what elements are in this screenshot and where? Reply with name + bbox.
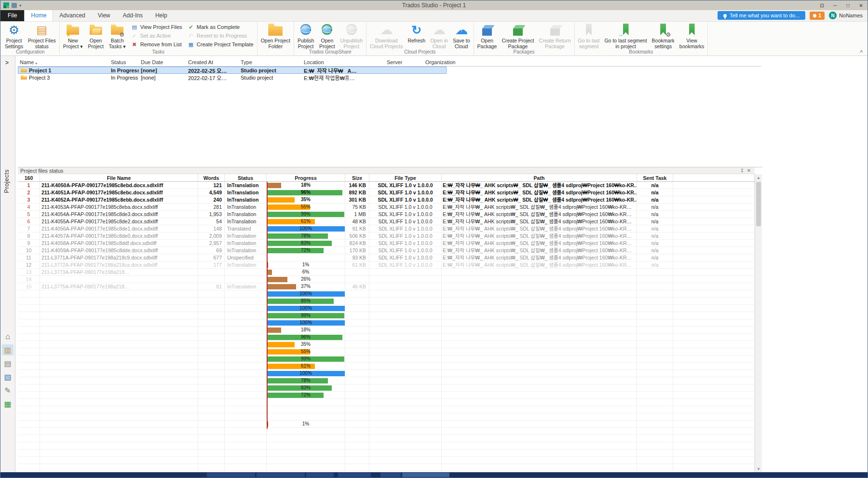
tab-view[interactable]: View [92,10,117,21]
new-project-button[interactable]: NewProject ▾ [61,22,85,49]
tab-home[interactable]: Home [24,10,53,21]
taskbar-window-button[interactable] [207,473,255,477]
file-row-39[interactable] [18,457,755,464]
column-header-words[interactable]: Words [198,174,225,181]
view-project-files-button[interactable]: View Project Files [129,23,184,31]
open-package-button[interactable]: OpenPackage [475,22,500,49]
collapse-ribbon-icon[interactable]: ^ [860,50,863,55]
save-icon[interactable] [12,3,17,8]
project-row-project-1[interactable]: Project 1In Progress[none]2022-02-25 오…S… [18,67,447,74]
taskbar-window-button[interactable] [338,473,371,477]
file-row-21[interactable]: 18% [18,327,755,334]
welcome-view-icon[interactable]: ⌂ [2,331,14,342]
file-row-27[interactable]: 100% [18,370,755,377]
projects-view-icon[interactable]: ▥ [2,344,14,355]
column-header-file-type[interactable]: File Type [369,174,442,181]
maximize-button[interactable]: □ [841,0,854,10]
ribbon-display-options-button[interactable]: ⊡ [815,0,828,10]
file-row-40[interactable] [18,464,755,471]
scrollbar-thumb[interactable] [756,182,761,226]
column-header-server[interactable]: Server [385,59,423,65]
file-row-11[interactable]: 11211-L3771A-PFAP-090177e198a218c9.docx.… [18,254,755,261]
editor-view-icon[interactable]: ✎ [2,385,14,396]
column-header-organization[interactable]: Organization [423,59,447,65]
file-row-2[interactable]: 2211-K4051A-PFAP-090177e1985c8ebc.docx.s… [18,189,755,196]
windows-taskbar[interactable] [0,472,868,478]
file-row-6[interactable]: 6211-K4055A-PFAP-090177e1985c8de2.docx.s… [18,218,755,225]
tab-help[interactable]: Help [149,10,174,21]
open-project-folder-button[interactable]: Open ProjectFolder [258,22,293,49]
files-scrollbar[interactable]: ▲ ▼ [755,174,762,472]
file-row-5[interactable]: 5211-K4054A-PFAP-090177e1985c8de3.docx.s… [18,211,755,218]
column-header-progress[interactable]: Progress [267,174,345,181]
file-row-38[interactable] [18,450,755,457]
file-row-37[interactable] [18,442,755,450]
batch-tasks-button[interactable]: BatchTasks ▾ [107,22,128,49]
tab-file[interactable]: File [0,10,24,21]
column-header-status[interactable]: Status [109,59,139,65]
close-button[interactable]: ✕ [854,0,868,10]
tab-advanced[interactable]: Advanced [53,10,91,21]
file-row-17[interactable]: 85% [18,298,755,305]
file-row-15[interactable]: 15211-L3775A-PFAP-090177e198a218…81InTra… [18,283,755,290]
scroll-up-icon[interactable]: ▲ [755,174,762,181]
file-row-10[interactable]: 10211-K4059A-PFAP-090177e1985c8dde.docx.… [18,247,755,254]
create-project-template-button[interactable]: Create Project Template [186,40,255,49]
file-row-12[interactable]: 12211-L3772A-PFAP-090177e198a218ca.docx.… [18,261,755,269]
column-header-location[interactable]: Location [302,59,385,65]
file-row-25[interactable]: 99% [18,355,755,363]
column-header-size[interactable]: Size [345,174,369,181]
save-to-cloud-button[interactable]: Save toCloud [450,22,473,49]
create-project-package-button[interactable]: Create ProjectPackage [499,22,536,49]
taskbar-window-button[interactable] [380,473,401,477]
file-row-23[interactable]: 35% [18,341,755,348]
file-row-14[interactable]: 1426% [18,276,755,283]
column-header-created-at[interactable]: Created At [186,59,239,65]
file-row-4[interactable]: 4211-K4053A-PFAP-090177e1985c8eba.docx.s… [18,204,755,211]
notifications-badge[interactable]: 1 [810,12,825,20]
refresh-button[interactable]: Refresh [405,22,428,49]
user-account[interactable]: N NoNames [829,12,863,19]
file-row-22[interactable]: 96% [18,334,755,341]
taskbar-window-button[interactable] [402,473,449,477]
bookmark-settings-button[interactable]: Bookmarksettings [650,22,677,49]
pin-icon[interactable]: ↧ [739,168,746,173]
reports-view-icon[interactable]: ▧ [2,371,14,382]
column-header-sent-task[interactable]: Sent Task [637,174,673,181]
file-row-34[interactable]: 1% [18,421,755,428]
file-row-18[interactable]: 100% [18,305,755,312]
translation-memories-view-icon[interactable]: ▦ [2,398,14,410]
close-panel-icon[interactable]: ✕ [746,168,752,173]
file-row-1[interactable]: 1211-K4050A-PFAP-090177e1985c8ebd.docx.s… [18,182,755,189]
file-row-8[interactable]: 8211-K4057A-PFAP-090177e1985c8de0.docx.s… [18,232,755,240]
file-row-33[interactable] [18,413,755,421]
project-settings-button[interactable]: ProjectSettings [2,22,26,49]
tell-me-search[interactable]: Tell me what you want to do... [718,11,805,20]
file-row-36[interactable] [18,435,755,442]
open-project-button[interactable]: OpenProject [85,22,107,49]
file-row-20[interactable]: 100% [18,319,755,327]
scroll-down-icon[interactable]: ▼ [755,465,762,472]
file-row-26[interactable]: 61% [18,363,755,370]
file-row-16[interactable]: 100% [18,290,755,298]
publish-project-button[interactable]: PublishProject [295,22,316,49]
taskbar-window-button[interactable] [257,473,305,477]
view-bookmarks-button[interactable]: Viewbookmarks [677,22,706,49]
file-row-32[interactable] [18,406,755,413]
go-to-last-segment-in-project-button[interactable]: Go to last segmentin project [602,22,649,49]
column-header-path[interactable]: Path [442,174,637,181]
file-row-29[interactable]: 83% [18,384,755,392]
file-row-13[interactable]: 13211-L3773A-PFAP-090177e198a218…6% [18,269,755,276]
taskbar-window-button[interactable] [306,473,334,477]
column-header-name[interactable]: Name▴ [18,59,109,65]
column-header-file-name[interactable]: File Name [40,174,198,181]
remove-from-list-button[interactable]: Remove from List [129,40,184,49]
file-row-30[interactable]: 72% [18,392,755,399]
file-row-24[interactable]: 55% [18,348,755,355]
file-row-9[interactable]: 9211-K4058A-PFAP-090177e1985c8ddf.docx.s… [18,240,755,247]
mark-as-complete-button[interactable]: Mark as Complete [186,23,255,31]
file-row-7[interactable]: 7211-K4056A-PFAP-090177e1985c8de1.docx.s… [18,225,755,232]
tab-add-ins[interactable]: Add-Ins [117,10,149,21]
file-row-28[interactable]: 78% [18,377,755,384]
file-row-19[interactable]: 99% [18,312,755,319]
